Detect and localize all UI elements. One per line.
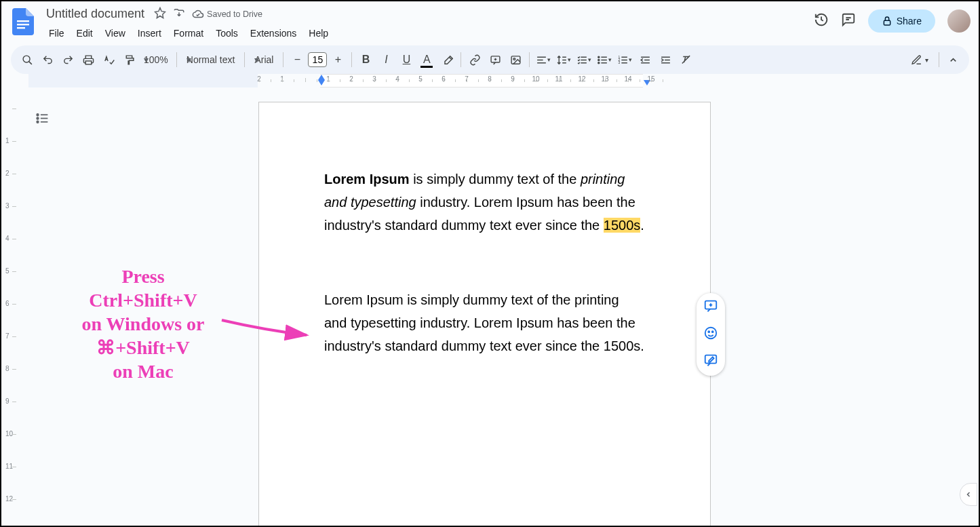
paragraph-2[interactable]: Lorem Ipsum is simply dummy text of the … [324,288,645,357]
side-panel-toggle-icon[interactable] [960,483,977,506]
insert-image-icon[interactable] [506,50,525,69]
svg-rect-3 [884,20,890,25]
p1-seg1: is simply dummy text of the [410,172,581,187]
menubar: File Edit View Insert Format Tools Exten… [43,24,807,45]
document-page[interactable]: Lorem Ipsum is simply dummy text of the … [258,102,711,526]
font-select[interactable]: Arial▾ [249,54,279,65]
menu-view[interactable]: View [100,25,131,41]
menu-insert[interactable]: Insert [132,25,167,41]
move-icon[interactable] [173,7,185,22]
menu-tools[interactable]: Tools [210,25,243,41]
svg-point-9 [598,56,600,58]
menu-extensions[interactable]: Extensions [245,25,302,41]
share-button[interactable]: Share [868,9,935,33]
svg-rect-0 [17,20,29,22]
paint-format-icon[interactable] [119,50,138,69]
bold-icon[interactable]: B [356,50,375,69]
line-spacing-icon[interactable]: ▾ [554,50,573,69]
redo-icon[interactable] [58,50,77,69]
svg-point-10 [598,59,600,60]
underline-icon[interactable]: U [397,50,416,69]
highlight-icon[interactable] [437,50,456,69]
style-value: Normal text [187,54,235,65]
add-comment-icon[interactable] [486,50,505,69]
spellcheck-icon[interactable] [99,50,118,69]
text-color-icon[interactable]: A [417,50,436,69]
share-label: Share [897,16,922,26]
comments-icon[interactable] [841,12,856,30]
link-icon[interactable] [465,50,484,69]
print-icon[interactable] [79,50,98,69]
ruler-horizontal[interactable]: 21123456789101112131415 [28,74,979,87]
menu-file[interactable]: File [43,25,70,41]
emoji-reaction-icon[interactable] [703,326,718,343]
svg-point-8 [513,58,515,60]
svg-point-20 [708,331,709,332]
italic-icon[interactable]: I [376,50,395,69]
svg-rect-5 [85,60,92,64]
svg-point-4 [23,56,30,62]
svg-text:3: 3 [619,61,621,64]
undo-icon[interactable] [38,50,57,69]
zoom-select[interactable]: 100%▾ [140,54,172,65]
svg-point-19 [705,328,717,339]
suggest-edits-icon[interactable] [703,353,718,370]
ruler-vertical[interactable]: 12345678910111213 [1,91,18,526]
document-title[interactable]: Untitled document [43,5,147,22]
indent-decrease-icon[interactable] [635,50,654,69]
docs-logo[interactable] [9,5,37,38]
bulleted-list-icon[interactable]: ▾ [595,50,614,69]
svg-point-15 [37,113,39,115]
collapse-toolbar-icon[interactable] [943,50,962,69]
svg-rect-2 [17,27,25,28]
numbered-list-icon[interactable]: 123▾ [615,50,634,69]
font-size-increase[interactable]: + [328,50,347,69]
inline-actions-pill [697,293,725,376]
star-icon[interactable] [154,7,166,22]
svg-point-16 [37,117,39,119]
cloud-status[interactable]: Saved to Drive [192,8,262,20]
indent-increase-icon[interactable] [656,50,675,69]
font-size-input[interactable] [308,52,327,67]
menu-format[interactable]: Format [168,25,209,41]
font-size-decrease[interactable]: − [288,50,307,69]
menu-edit[interactable]: Edit [71,25,98,41]
checklist-icon[interactable]: ▾ [574,50,593,69]
paragraph-1[interactable]: Lorem Ipsum is simply dummy text of the … [324,168,645,237]
toolbar: 100%▾ Normal text▾ Arial▾ − + B I U A ▾ … [11,45,969,74]
history-icon[interactable] [814,12,829,30]
search-icon[interactable] [18,50,37,69]
add-comment-inline-icon[interactable] [703,298,718,316]
avatar[interactable] [947,9,971,33]
editing-mode-select[interactable]: ▾ [905,50,935,69]
outline-toggle-icon[interactable] [31,107,53,129]
p1-bold: Lorem Ipsum [324,172,410,187]
p1-highlight: 1500s [604,218,641,233]
p1-seg3: . [640,218,644,233]
svg-rect-1 [17,24,29,25]
paragraph-style-select[interactable]: Normal text▾ [181,54,241,65]
svg-point-17 [37,121,39,123]
menu-help[interactable]: Help [303,25,334,41]
svg-point-21 [712,331,713,332]
svg-point-11 [598,62,600,63]
clear-formatting-icon[interactable] [676,50,695,69]
saved-label: Saved to Drive [207,9,262,19]
align-icon[interactable]: ▾ [534,50,553,69]
